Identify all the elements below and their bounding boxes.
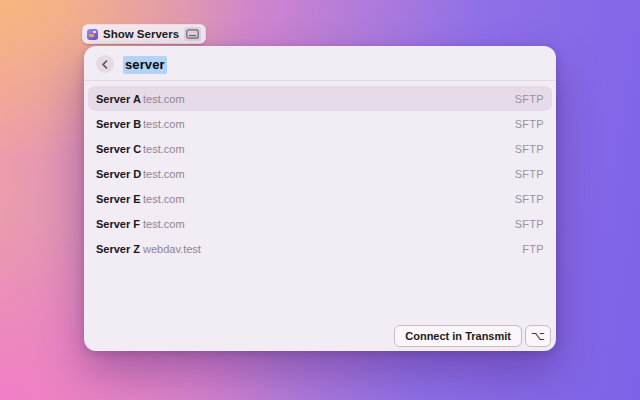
server-row-b[interactable]: Server B test.com SFTP <box>88 111 552 136</box>
server-host: test.com <box>143 168 185 180</box>
server-row-z[interactable]: Server Z webdav.test FTP <box>88 236 552 261</box>
server-row-d[interactable]: Server D test.com SFTP <box>88 161 552 186</box>
show-servers-pill[interactable]: Show Servers <box>82 24 206 44</box>
server-name: Server E <box>96 193 143 205</box>
server-protocol: SFTP <box>515 118 544 130</box>
search-bar: server <box>84 46 556 80</box>
server-host: test.com <box>143 218 185 230</box>
server-name: Server B <box>96 118 143 130</box>
back-button[interactable] <box>96 55 114 73</box>
server-protocol: SFTP <box>515 193 544 205</box>
server-row-a[interactable]: Server A test.com SFTP <box>88 86 552 111</box>
action-bar: Connect in Transmit ⌥ <box>394 325 551 347</box>
server-host: webdav.test <box>143 243 201 255</box>
server-name: Server F <box>96 218 143 230</box>
server-name: Server C <box>96 143 143 155</box>
search-input[interactable]: server <box>123 57 167 72</box>
search-text-selection: server <box>123 56 167 74</box>
server-host: test.com <box>143 93 185 105</box>
server-protocol: SFTP <box>515 93 544 105</box>
chevron-left-icon <box>101 60 109 69</box>
server-name: Server D <box>96 168 143 180</box>
quick-connect-panel: server Server A test.com SFTP Server B t… <box>84 46 556 351</box>
server-protocol: SFTP <box>515 143 544 155</box>
option-key-icon: ⌥ <box>531 329 545 343</box>
server-host: test.com <box>143 143 185 155</box>
transmit-app-icon <box>87 29 98 40</box>
option-key-button[interactable]: ⌥ <box>525 325 551 347</box>
server-list: Server A test.com SFTP Server B test.com… <box>84 81 556 261</box>
server-host: test.com <box>143 193 185 205</box>
server-row-f[interactable]: Server F test.com SFTP <box>88 211 552 236</box>
connect-button[interactable]: Connect in Transmit <box>394 325 522 347</box>
server-row-e[interactable]: Server E test.com SFTP <box>88 186 552 211</box>
keyboard-icon <box>184 27 201 41</box>
server-protocol: SFTP <box>515 168 544 180</box>
server-protocol: SFTP <box>515 218 544 230</box>
pill-label: Show Servers <box>103 28 179 40</box>
server-name: Server Z <box>96 243 143 255</box>
server-row-c[interactable]: Server C test.com SFTP <box>88 136 552 161</box>
desktop-background: Show Servers server Server A test.com <box>0 0 640 400</box>
server-name: Server A <box>96 93 143 105</box>
server-host: test.com <box>143 118 185 130</box>
server-protocol: FTP <box>522 243 544 255</box>
